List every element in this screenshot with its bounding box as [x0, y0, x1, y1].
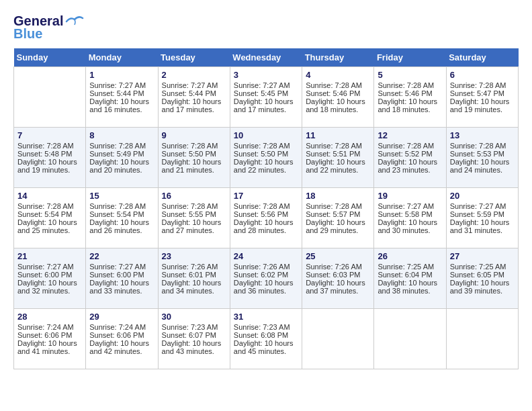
- week-row-5: 28Sunrise: 7:24 AMSunset: 6:06 PMDayligh…: [14, 309, 519, 369]
- calendar-table: SundayMondayTuesdayWednesdayThursdayFrid…: [13, 48, 519, 369]
- day-info-line: and 34 minutes.: [162, 287, 226, 295]
- day-number: 21: [17, 251, 82, 261]
- day-number: 25: [306, 251, 370, 261]
- day-cell: 2Sunrise: 7:27 AMSunset: 5:44 PMDaylight…: [158, 67, 230, 128]
- day-info-line: and 26 minutes.: [89, 226, 154, 234]
- day-info-line: Daylight: 10 hours: [162, 218, 226, 226]
- day-info-line: and 37 minutes.: [306, 287, 370, 295]
- day-info-line: Sunrise: 7:27 AM: [450, 202, 515, 210]
- day-info-line: Sunset: 6:00 PM: [89, 271, 154, 279]
- day-info-line: Sunset: 5:44 PM: [162, 89, 226, 97]
- day-info-line: Sunrise: 7:27 AM: [89, 81, 154, 89]
- day-info-line: Sunrise: 7:27 AM: [89, 263, 154, 271]
- day-info-line: Sunrise: 7:28 AM: [89, 142, 154, 150]
- day-info-line: Sunrise: 7:25 AM: [378, 263, 442, 271]
- day-info-line: Daylight: 10 hours: [306, 97, 370, 105]
- day-number: 17: [234, 191, 298, 201]
- day-info-line: Daylight: 10 hours: [17, 158, 82, 166]
- week-row-2: 7Sunrise: 7:28 AMSunset: 5:48 PMDaylight…: [14, 128, 519, 188]
- day-info-line: and 41 minutes.: [17, 347, 82, 355]
- column-header-sunday: Sunday: [14, 48, 86, 67]
- day-number: 26: [378, 251, 442, 261]
- day-info-line: and 36 minutes.: [234, 287, 298, 295]
- day-info-line: Sunrise: 7:28 AM: [17, 142, 82, 150]
- day-cell: [302, 309, 374, 369]
- day-info-line: and 20 minutes.: [89, 166, 154, 174]
- day-number: 7: [17, 130, 82, 140]
- day-number: 13: [450, 130, 515, 140]
- day-info-line: Sunset: 5:48 PM: [17, 150, 82, 158]
- day-info-line: Sunset: 5:59 PM: [450, 210, 515, 218]
- day-info-line: Sunrise: 7:28 AM: [378, 81, 442, 89]
- day-number: 3: [234, 70, 298, 80]
- day-info-line: Sunset: 5:50 PM: [234, 150, 298, 158]
- day-info-line: Sunrise: 7:23 AM: [162, 323, 226, 331]
- day-info-line: and 17 minutes.: [234, 105, 298, 113]
- day-info-line: Sunrise: 7:28 AM: [17, 202, 82, 210]
- day-info-line: Sunrise: 7:28 AM: [306, 81, 370, 89]
- day-info-line: Sunset: 6:06 PM: [17, 331, 82, 339]
- day-info-line: Sunrise: 7:24 AM: [17, 323, 82, 331]
- day-info-line: and 23 minutes.: [378, 166, 442, 174]
- day-cell: 12Sunrise: 7:28 AMSunset: 5:52 PMDayligh…: [374, 128, 446, 188]
- day-info-line: Sunset: 5:50 PM: [162, 150, 226, 158]
- week-row-1: 1Sunrise: 7:27 AMSunset: 5:44 PMDaylight…: [14, 67, 519, 128]
- day-cell: 3Sunrise: 7:27 AMSunset: 5:45 PMDaylight…: [230, 67, 302, 128]
- day-info-line: Sunrise: 7:28 AM: [306, 142, 370, 150]
- day-cell: 23Sunrise: 7:26 AMSunset: 6:01 PMDayligh…: [158, 248, 230, 309]
- day-cell: 11Sunrise: 7:28 AMSunset: 5:51 PMDayligh…: [302, 128, 374, 188]
- day-info-line: Sunset: 6:08 PM: [234, 331, 298, 339]
- day-info-line: Sunset: 6:07 PM: [162, 331, 226, 339]
- page-header: General Blue: [13, 13, 519, 42]
- day-info-line: Sunset: 6:02 PM: [234, 271, 298, 279]
- day-info-line: Sunrise: 7:28 AM: [162, 202, 226, 210]
- day-info-line: Sunset: 5:55 PM: [162, 210, 226, 218]
- day-info-line: Daylight: 10 hours: [17, 279, 82, 287]
- day-info-line: and 30 minutes.: [378, 226, 442, 234]
- day-info-line: and 18 minutes.: [306, 105, 370, 113]
- day-info-line: Daylight: 10 hours: [378, 279, 442, 287]
- day-info-line: Daylight: 10 hours: [234, 279, 298, 287]
- day-info-line: Daylight: 10 hours: [17, 339, 82, 347]
- day-info-line: Sunset: 5:46 PM: [378, 89, 442, 97]
- day-cell: 21Sunrise: 7:27 AMSunset: 6:00 PMDayligh…: [14, 248, 86, 309]
- day-info-line: Daylight: 10 hours: [89, 97, 154, 105]
- day-info-line: and 25 minutes.: [17, 226, 82, 234]
- day-info-line: Sunrise: 7:28 AM: [234, 142, 298, 150]
- day-info-line: Daylight: 10 hours: [378, 158, 442, 166]
- week-row-4: 21Sunrise: 7:27 AMSunset: 6:00 PMDayligh…: [14, 248, 519, 309]
- day-info-line: Daylight: 10 hours: [378, 218, 442, 226]
- day-info-line: Daylight: 10 hours: [89, 279, 154, 287]
- day-info-line: Daylight: 10 hours: [450, 158, 515, 166]
- day-number: 29: [89, 312, 154, 322]
- day-cell: 15Sunrise: 7:28 AMSunset: 5:54 PMDayligh…: [86, 188, 158, 248]
- day-number: 23: [162, 251, 226, 261]
- day-number: 19: [378, 191, 442, 201]
- day-cell: 10Sunrise: 7:28 AMSunset: 5:50 PMDayligh…: [230, 128, 302, 188]
- day-info-line: Sunrise: 7:28 AM: [306, 202, 370, 210]
- day-info-line: Sunset: 6:06 PM: [89, 331, 154, 339]
- day-info-line: Sunrise: 7:26 AM: [162, 263, 226, 271]
- day-info-line: and 22 minutes.: [234, 166, 298, 174]
- day-info-line: Sunset: 6:05 PM: [450, 271, 515, 279]
- day-cell: 27Sunrise: 7:25 AMSunset: 6:05 PMDayligh…: [446, 248, 518, 309]
- day-cell: 13Sunrise: 7:28 AMSunset: 5:53 PMDayligh…: [446, 128, 518, 188]
- day-number: 30: [162, 312, 226, 322]
- day-info-line: Sunset: 5:56 PM: [234, 210, 298, 218]
- day-info-line: Daylight: 10 hours: [89, 158, 154, 166]
- day-number: 16: [162, 191, 226, 201]
- day-number: 22: [89, 251, 154, 261]
- day-info-line: Sunrise: 7:23 AM: [234, 323, 298, 331]
- day-cell: 28Sunrise: 7:24 AMSunset: 6:06 PMDayligh…: [14, 309, 86, 369]
- day-info-line: Daylight: 10 hours: [306, 279, 370, 287]
- day-info-line: Daylight: 10 hours: [89, 218, 154, 226]
- day-cell: 25Sunrise: 7:26 AMSunset: 6:03 PMDayligh…: [302, 248, 374, 309]
- day-info-line: Sunrise: 7:27 AM: [378, 202, 442, 210]
- day-info-line: Daylight: 10 hours: [162, 339, 226, 347]
- day-info-line: Sunrise: 7:26 AM: [306, 263, 370, 271]
- day-cell: 31Sunrise: 7:23 AMSunset: 6:08 PMDayligh…: [230, 309, 302, 369]
- day-info-line: Sunrise: 7:27 AM: [17, 263, 82, 271]
- day-number: 15: [89, 191, 154, 201]
- day-info-line: Sunrise: 7:24 AM: [89, 323, 154, 331]
- day-info-line: Daylight: 10 hours: [89, 339, 154, 347]
